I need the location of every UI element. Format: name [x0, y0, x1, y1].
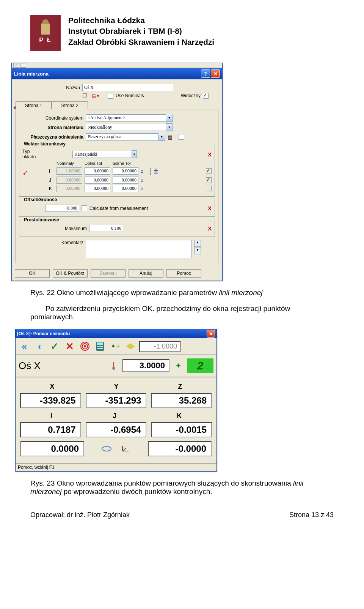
widoczny-checkbox[interactable]: [203, 93, 209, 99]
svg-rect-9: [101, 346, 103, 347]
j-check: [206, 177, 212, 183]
paragraph-1: Po zatwierdzeniu przyciskiem OK. przecho…: [30, 304, 334, 321]
cross-icon[interactable]: ✦: [173, 362, 184, 369]
x-icon[interactable]: X: [208, 225, 212, 232]
anuluj-button[interactable]: Anuluj: [129, 269, 163, 278]
box-icon[interactable]: ❐: [82, 93, 87, 99]
j-value[interactable]: -0.6954: [86, 422, 147, 437]
add-point-icon[interactable]: ✦+: [109, 341, 122, 352]
titlebar: Linia mierzona ? ✕: [12, 68, 222, 79]
k-dt[interactable]: [85, 185, 110, 192]
svg-point-4: [84, 345, 86, 347]
svg-rect-11: [99, 348, 101, 349]
offset-input[interactable]: [45, 205, 79, 212]
close-button[interactable]: ✕: [207, 330, 215, 338]
dialog-pomiar-elementu: [Oś X]- Pomiar elementu ✕ « ‹ ✓ ✕ ✦+ -1.…: [15, 329, 217, 472]
calc-checkbox[interactable]: [82, 205, 87, 211]
ok-button[interactable]: OK: [15, 269, 50, 278]
accept-icon[interactable]: ✓: [48, 341, 61, 352]
i-nom: [56, 167, 82, 175]
k-header: K: [177, 412, 182, 420]
window-title: [Oś X]- Pomiar elementu: [17, 331, 70, 336]
maksimum-input[interactable]: [89, 225, 123, 232]
strona-mat-combo[interactable]: ▼: [86, 123, 173, 131]
k-nom: [56, 185, 82, 192]
mid-value[interactable]: 3.0000: [122, 359, 169, 372]
typ-label-short: Typ układu: [22, 149, 34, 159]
footer-page: Strona 13 z 43: [289, 511, 334, 519]
i-label: I: [49, 169, 54, 174]
top-value: -1.0000: [139, 341, 181, 352]
ellipse-icon[interactable]: [101, 445, 112, 453]
nazwa-input[interactable]: [82, 84, 173, 91]
nazwa-label: Nazwa: [16, 85, 80, 90]
footer-author: Opracował: dr inż. Piotr Zgórniak: [30, 511, 130, 519]
dolna-header: Dolna Tol: [85, 161, 110, 166]
pm-icon[interactable]: ±: [141, 186, 143, 191]
z-value[interactable]: 35.268: [151, 393, 212, 408]
j-dt[interactable]: [85, 177, 110, 184]
komentarz-input[interactable]: [86, 240, 192, 258]
count-badge: 2: [187, 358, 213, 373]
scroll-up[interactable]: ▲: [194, 240, 201, 247]
svg-point-16: [102, 446, 111, 451]
tab-strona2[interactable]: Strona 2: [52, 101, 88, 109]
k-check: [206, 186, 212, 191]
k-value[interactable]: -0.0015: [151, 422, 212, 437]
footer: Opracował: dr inż. Piotr Zgórniak Strona…: [30, 511, 334, 519]
diamond-icon[interactable]: [124, 341, 137, 352]
mini-toolbar: ✕: [12, 63, 222, 68]
target-icon[interactable]: [78, 341, 91, 352]
i-value[interactable]: 0.7187: [20, 422, 81, 437]
svg-rect-10: [97, 348, 99, 349]
first-icon[interactable]: «: [18, 341, 31, 352]
use-nominals-label: Use Nominals: [116, 93, 144, 98]
widoczny-label: Widoczny: [181, 93, 201, 98]
prev-icon[interactable]: ‹: [33, 341, 46, 352]
axes-icon[interactable]: [120, 445, 131, 453]
coord-combo[interactable]: ▼: [86, 114, 173, 122]
calculator-icon[interactable]: [94, 341, 107, 352]
close-button[interactable]: ✕: [211, 69, 220, 78]
probe-icon[interactable]: [108, 362, 119, 369]
komentarz-label: Komentarz: [19, 240, 83, 245]
x-header: X: [50, 383, 54, 391]
pm-icon[interactable]: ±: [141, 177, 143, 183]
plasz-combo[interactable]: ▼: [86, 133, 165, 141]
window-title: Linia mierzona: [14, 71, 49, 77]
zastosuj-button[interactable]: Zastosuj: [91, 269, 126, 278]
caption-22: Rys. 22 Okno umożliwiającego wprowadzani…: [30, 289, 334, 297]
j-label: J: [49, 178, 54, 183]
y-value[interactable]: -351.293: [86, 393, 147, 408]
tab-strona1[interactable]: Strona 1: [16, 101, 52, 109]
use-nominals-checkbox[interactable]: [108, 93, 113, 99]
caption-23: Rys. 23 Okno wprowadzania punktów pomiar…: [30, 479, 334, 496]
document-header: P Ł Politechnika Łódzka Instytut Obrabia…: [30, 15, 334, 51]
x-icon[interactable]: X: [208, 151, 212, 158]
titlebar: [Oś X]- Pomiar elementu ✕: [16, 329, 217, 338]
i-gt[interactable]: [113, 167, 138, 175]
svg-line-19: [122, 448, 126, 451]
b1-value[interactable]: 0.0000: [20, 441, 84, 456]
k-gt[interactable]: [113, 185, 138, 192]
plane-icon[interactable]: ▧: [168, 134, 173, 140]
b3-value[interactable]: -0.0000: [148, 441, 212, 456]
help-button[interactable]: ?: [201, 69, 210, 78]
j-header: J: [113, 412, 116, 420]
flag-icon[interactable]: ▤▾: [92, 93, 99, 99]
x-value[interactable]: -339.825: [20, 393, 81, 408]
plasz-checkbox[interactable]: [179, 134, 184, 140]
scroll-down[interactable]: ▼: [194, 248, 201, 254]
typ-combo[interactable]: ▼: [72, 150, 137, 158]
dialog-linia-mierzona: ✕ Linia mierzona ? ✕ Nazwa ❐ ▤▾ Use Nomi…: [11, 63, 223, 281]
x-icon[interactable]: X: [208, 205, 212, 211]
j-gt[interactable]: [113, 177, 138, 184]
svg-rect-8: [99, 346, 101, 347]
reject-icon[interactable]: ✕: [63, 341, 76, 352]
gorna-header: Górna Tol: [113, 161, 138, 166]
strona-mat-label: Strona materiału: [19, 125, 83, 130]
ok-powtorz-button[interactable]: OK & Powtórz: [53, 269, 88, 278]
i-dt[interactable]: [85, 167, 110, 175]
pomoc-button[interactable]: Pomoc: [166, 269, 201, 278]
pm-icon[interactable]: ±: [141, 168, 143, 174]
